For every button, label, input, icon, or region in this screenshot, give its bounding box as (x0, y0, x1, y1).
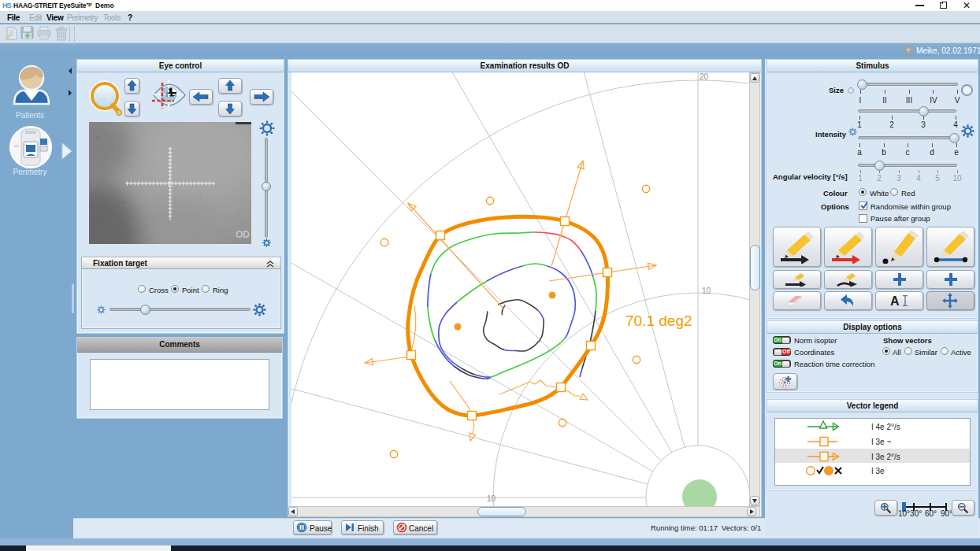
svg-text:I 3e ~: I 3e ~ (871, 438, 891, 446)
svg-text:I 3e 2°/s: I 3e 2°/s (871, 453, 900, 461)
svg-text:A: A (890, 294, 900, 308)
svg-text:10: 10 (487, 494, 496, 503)
svg-text:I 3e: I 3e (871, 467, 885, 475)
svg-text:I 4e 2°/s: I 4e 2°/s (871, 423, 900, 431)
svg-text:20: 20 (700, 72, 709, 81)
svg-text:10: 10 (702, 287, 711, 295)
svg-text:70.1 deg2: 70.1 deg2 (625, 312, 692, 329)
svg-text:OD: OD (236, 229, 250, 240)
